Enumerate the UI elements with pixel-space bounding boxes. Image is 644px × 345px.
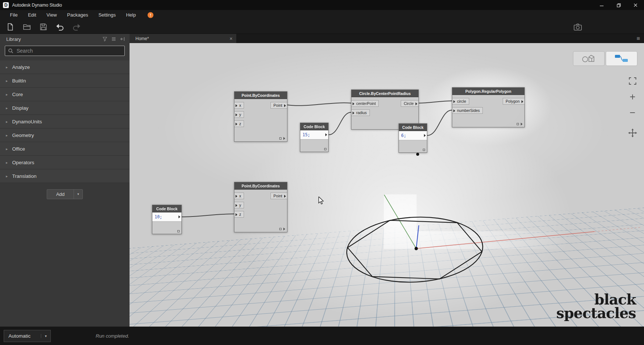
workspace-canvas[interactable]: Point.ByCoordinates x Point y z Code Blo… <box>130 43 644 327</box>
expand-node-icon[interactable] <box>521 123 523 126</box>
notification-alert-icon[interactable]: ! <box>148 12 153 18</box>
pan-button[interactable] <box>625 129 640 139</box>
menu-edit[interactable]: Edit <box>23 10 41 20</box>
restore-icon <box>616 3 621 8</box>
sidebar-item-operators[interactable]: ▸Operators <box>0 156 130 169</box>
close-icon <box>633 3 638 7</box>
mouse-cursor <box>318 197 326 205</box>
restore-button[interactable] <box>610 0 627 10</box>
tab-close-icon[interactable]: × <box>230 36 233 41</box>
open-folder-icon <box>23 23 31 31</box>
preview-toggle-icon[interactable] <box>279 137 282 140</box>
node-code-block-10[interactable]: Code Block 10; <box>152 205 182 234</box>
sidebar-item-analyze[interactable]: ▸Analyze <box>0 60 130 74</box>
sidebar-item-dynamounits[interactable]: ▸DynamoUnits <box>0 115 130 129</box>
input-port-z[interactable]: z <box>234 120 244 127</box>
input-port-x[interactable]: x <box>234 102 244 109</box>
filter-icon[interactable] <box>102 36 107 42</box>
redo-button[interactable] <box>72 22 81 32</box>
input-port-z[interactable]: z <box>234 211 244 218</box>
node-title[interactable]: Circle.ByCenterPointRadius <box>351 90 418 97</box>
output-port-point[interactable]: Point <box>270 193 287 199</box>
node-wires[interactable] <box>130 43 644 327</box>
chevron-down-icon[interactable]: ▾ <box>41 334 50 338</box>
input-port-radius[interactable]: radius <box>351 109 370 116</box>
undo-button[interactable] <box>55 22 65 32</box>
node-footer-icons[interactable] <box>423 149 425 151</box>
node-title[interactable]: Code Block <box>399 124 427 131</box>
run-mode-dropdown[interactable]: Automatic ▾ <box>4 330 51 342</box>
input-port-numbersides[interactable]: numberSides <box>452 107 483 114</box>
sidebar-item-office[interactable]: ▸Office <box>0 142 130 156</box>
input-port-centerpoint[interactable]: centerPoint <box>351 100 379 107</box>
minimize-button[interactable] <box>593 0 610 10</box>
expand-node-icon[interactable] <box>283 228 285 230</box>
pan-icon <box>628 129 637 137</box>
geometry-view-button[interactable] <box>573 51 605 66</box>
node-code-block-15[interactable]: Code Block 15; <box>300 123 329 152</box>
node-title[interactable]: Point.ByCoordinates <box>234 182 287 190</box>
fit-view-button[interactable] <box>625 77 640 87</box>
input-port-x[interactable]: x <box>234 193 244 199</box>
open-file-button[interactable] <box>22 22 32 32</box>
menu-file[interactable]: File <box>5 10 23 20</box>
input-port-y[interactable]: y <box>234 111 244 118</box>
node-code-block-6[interactable]: Code Block 6; <box>399 123 427 153</box>
new-file-button[interactable] <box>6 22 15 32</box>
node-point-bycoordinates-2[interactable]: Point.ByCoordinates x Point y z <box>234 182 287 232</box>
node-title[interactable]: Point.ByCoordinates <box>234 92 287 99</box>
code-block-value[interactable]: 6; <box>399 131 427 140</box>
sidebar-item-builtin[interactable]: ▸BuiltIn <box>0 74 130 88</box>
input-port-circle[interactable]: circle <box>452 98 469 105</box>
input-port-y[interactable]: y <box>234 202 244 208</box>
tab-home[interactable]: Home* × <box>130 34 236 43</box>
preview-toggle-icon[interactable] <box>324 148 326 150</box>
preview-toggle-icon[interactable] <box>177 230 180 232</box>
sidebar-item-core[interactable]: ▸Core <box>0 88 130 101</box>
workspace: Home* × ≡ <box>130 34 644 327</box>
camera-icon <box>573 23 582 31</box>
new-file-icon <box>6 23 14 31</box>
code-block-value[interactable]: 10; <box>152 212 181 222</box>
preview-toggle-icon[interactable] <box>279 228 282 230</box>
preview-toggle-icon[interactable] <box>517 123 519 125</box>
node-footer-icons[interactable] <box>177 230 180 232</box>
output-port-polygon[interactable]: Polygon <box>503 98 524 105</box>
window-title: Autodesk Dynamo Studio <box>12 3 62 8</box>
output-port-point[interactable]: Point <box>270 102 287 109</box>
node-title[interactable]: Polygon.RegularPolygon <box>452 88 524 95</box>
search-input[interactable] <box>16 47 121 54</box>
zoom-out-button[interactable]: − <box>625 108 640 118</box>
menu-packages[interactable]: Packages <box>62 10 93 20</box>
save-button[interactable] <box>39 22 48 32</box>
menu-settings[interactable]: Settings <box>93 10 121 20</box>
export-workspace-image-button[interactable] <box>573 22 583 32</box>
expand-node-icon[interactable] <box>283 137 285 140</box>
chevron-down-icon[interactable]: ▾ <box>74 190 82 199</box>
node-footer-icons[interactable] <box>324 148 326 150</box>
sidebar-item-geometry[interactable]: ▸Geometry <box>0 129 130 142</box>
node-point-bycoordinates-1[interactable]: Point.ByCoordinates x Point y z <box>234 91 287 142</box>
node-polygon-regularpolygon[interactable]: Polygon.RegularPolygon circle Polygon nu… <box>452 87 525 127</box>
graph-view-button[interactable] <box>606 51 637 66</box>
node-title[interactable]: Code Block <box>300 123 328 130</box>
code-block-value[interactable]: 15; <box>300 130 328 140</box>
menu-help[interactable]: Help <box>121 10 141 20</box>
collapse-panel-icon[interactable] <box>120 36 125 42</box>
window-controls <box>593 0 644 10</box>
output-port-circle[interactable]: Circle <box>401 100 418 107</box>
sidebar-item-display[interactable]: ▸Display <box>0 101 130 115</box>
close-button[interactable] <box>627 0 644 10</box>
sidebar-item-translation[interactable]: ▸Translation <box>0 169 130 183</box>
node-footer-icons[interactable] <box>517 123 523 126</box>
chevron-right-icon: ▸ <box>6 65 12 69</box>
menu-view[interactable]: View <box>41 10 62 20</box>
tab-list-menu-icon[interactable]: ≡ <box>637 35 640 42</box>
node-footer-icons[interactable] <box>279 228 285 230</box>
node-title[interactable]: Code Block <box>152 205 181 212</box>
zoom-in-button[interactable]: + <box>625 92 640 102</box>
list-view-icon[interactable] <box>111 36 116 42</box>
preview-toggle-icon[interactable] <box>423 149 425 151</box>
add-package-button[interactable]: Add ▾ <box>47 189 83 199</box>
node-footer-icons[interactable] <box>279 137 285 140</box>
